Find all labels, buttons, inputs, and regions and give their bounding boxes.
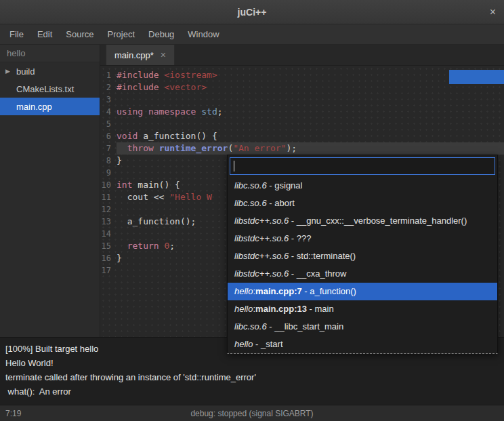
- line-number: 6: [100, 130, 117, 142]
- app-window: juCi++ × FileEditSourceProjectDebugWindo…: [0, 0, 504, 421]
- status-cursor-position: 7:19: [0, 409, 21, 418]
- console-line: Hello World!: [5, 356, 499, 370]
- line-number: 9: [100, 167, 117, 179]
- stack-frame[interactable]: libstdc++.so.6 - std::terminate(): [228, 247, 497, 265]
- line-number: 17: [100, 264, 117, 277]
- stack-frame[interactable]: libc.so.6 - abort: [228, 195, 497, 212]
- stack-frame[interactable]: libstdc++.so.6 - ???: [228, 230, 497, 247]
- frame-symbol: a_function(): [310, 286, 356, 296]
- frame-symbol: ???: [297, 233, 312, 243]
- file-tree: ▶buildCMakeLists.txtmain.cpp: [0, 62, 100, 115]
- menu-bar: FileEditSourceProjectDebugWindow: [0, 24, 504, 45]
- stack-frame[interactable]: hello:main.cpp:7 - a_function(): [228, 283, 497, 300]
- line-number: 2: [100, 81, 117, 94]
- frame-module: libstdc++.so.6: [234, 251, 289, 261]
- menu-file[interactable]: File: [3, 24, 30, 45]
- scrollbar-thumb[interactable]: [449, 70, 504, 84]
- tree-item-cmakelists-txt[interactable]: CMakeLists.txt: [0, 80, 100, 98]
- line-number: 3: [100, 94, 117, 106]
- stack-frame[interactable]: hello - _start: [228, 336, 497, 353]
- menu-edit[interactable]: Edit: [30, 24, 59, 45]
- code-text: [117, 118, 504, 130]
- line-number: 15: [100, 240, 117, 252]
- tree-item-build[interactable]: ▶build: [0, 62, 100, 80]
- frame-module: hello: [234, 304, 253, 314]
- code-line[interactable]: 2#include <vector>: [100, 81, 504, 94]
- backtrace-popup: libc.so.6 - gsignallibc.so.6 - abortlibs…: [227, 155, 498, 354]
- frame-module: libstdc++.so.6: [234, 233, 289, 243]
- code-line[interactable]: 7 throw runtime_error("An error");: [100, 142, 504, 155]
- line-number: 12: [100, 203, 117, 216]
- line-number: 1: [100, 69, 117, 81]
- tab-label: main.cpp*: [114, 50, 154, 60]
- code-line[interactable]: 6void a_function() {: [100, 130, 504, 142]
- stack-frame[interactable]: hello:main.cpp:13 - main: [228, 300, 497, 318]
- tab-bar: main.cpp* ×: [100, 45, 504, 66]
- stack-list: libc.so.6 - gsignallibc.so.6 - abortlibs…: [228, 177, 497, 353]
- frame-symbol: main: [315, 304, 334, 314]
- line-number: 7: [100, 142, 117, 155]
- code-line[interactable]: 1#include <iostream>: [100, 69, 504, 81]
- expander-icon: ▶: [5, 68, 16, 75]
- line-number: 14: [100, 228, 117, 240]
- frame-module: libstdc++.so.6: [234, 268, 289, 279]
- tree-item-label: build: [16, 66, 35, 77]
- line-number: 5: [100, 118, 117, 130]
- frame-module: hello: [234, 339, 253, 349]
- status-bar: debug: stopped (signal SIGABRT) 7:19: [0, 405, 504, 421]
- console-line: terminate called after throwing an insta…: [5, 370, 499, 384]
- line-number: 11: [100, 191, 117, 203]
- menu-debug[interactable]: Debug: [142, 24, 181, 45]
- window-title: juCi++: [238, 7, 267, 18]
- close-window-icon[interactable]: ×: [490, 0, 496, 24]
- line-number: 4: [100, 106, 117, 118]
- console-line: what(): An error: [5, 384, 499, 399]
- frame-module: libc.so.6: [234, 198, 267, 208]
- code-text: #include <iostream>: [117, 69, 504, 81]
- code-text: throw runtime_error("An error");: [117, 142, 504, 155]
- stack-frame[interactable]: libstdc++.so.6 - __gnu_cxx::__verbose_te…: [228, 212, 497, 230]
- frame-module: libstdc++.so.6: [234, 216, 289, 226]
- menu-window[interactable]: Window: [181, 24, 226, 45]
- stack-frame[interactable]: libstdc++.so.6 - __cxa_throw: [228, 265, 497, 283]
- code-line[interactable]: 5: [100, 118, 504, 130]
- frame-symbol: abort: [274, 198, 295, 208]
- status-debug-message: debug: stopped (signal SIGABRT): [0, 409, 504, 418]
- code-text: #include <vector>: [117, 81, 504, 94]
- line-number: 10: [100, 179, 117, 191]
- tab-main-cpp[interactable]: main.cpp* ×: [106, 45, 175, 65]
- frame-symbol: std::terminate(): [297, 251, 356, 261]
- frame-module: hello: [234, 286, 253, 296]
- line-number: 13: [100, 216, 117, 228]
- code-line[interactable]: 4using namespace std;: [100, 106, 504, 118]
- project-sidebar: hello ▶buildCMakeLists.txtmain.cpp: [0, 45, 100, 337]
- line-number: 8: [100, 155, 117, 167]
- frame-module: libc.so.6: [234, 321, 267, 332]
- code-text: [117, 94, 504, 106]
- frame-symbol: gsignal: [274, 180, 302, 191]
- tree-item-label: main.cpp: [16, 102, 52, 112]
- code-line[interactable]: 3: [100, 94, 504, 106]
- frame-symbol: __gnu_cxx::__verbose_terminate_handler(): [297, 216, 467, 226]
- code-text: void a_function() {: [117, 130, 504, 142]
- menu-project[interactable]: Project: [101, 24, 142, 45]
- menu-source[interactable]: Source: [59, 24, 100, 45]
- frame-module: libc.so.6: [234, 180, 267, 191]
- frame-location: main.cpp:13: [255, 304, 307, 314]
- title-bar: juCi++ ×: [0, 0, 504, 24]
- tree-item-main-cpp[interactable]: main.cpp: [0, 98, 100, 115]
- frame-symbol: __libc_start_main: [274, 321, 343, 332]
- code-text: using namespace std;: [117, 106, 504, 118]
- stack-frame[interactable]: libc.so.6 - gsignal: [228, 177, 497, 195]
- frame-symbol: _start: [261, 339, 283, 349]
- tab-close-icon[interactable]: ×: [161, 49, 166, 60]
- frame-location: main.cpp:7: [255, 286, 302, 296]
- backtrace-filter-input[interactable]: [230, 157, 495, 175]
- frame-symbol: __cxa_throw: [297, 268, 347, 279]
- stack-frame[interactable]: libc.so.6 - __libc_start_main: [228, 318, 497, 336]
- line-number: 16: [100, 252, 117, 264]
- tree-item-label: CMakeLists.txt: [16, 84, 74, 94]
- project-name-header: hello: [0, 45, 100, 62]
- text-caret: [234, 161, 234, 172]
